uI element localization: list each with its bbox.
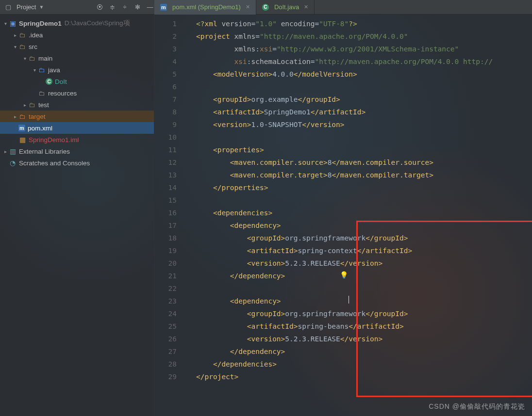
tree-label: test (38, 101, 49, 109)
tree-root[interactable]: ▾ ▣ SpringDemo1 D:\JavaCode\Spring项 (0, 17, 154, 29)
intention-bulb-icon[interactable]: 💡 (340, 271, 348, 279)
chevron-down-icon: ▾ (21, 56, 28, 61)
code-line[interactable]: <groupId>org.springframework</groupId> (196, 307, 532, 320)
tree-java[interactable]: ▾ 🗀 java (0, 64, 154, 76)
code-line[interactable]: <dependencies> (196, 207, 532, 219)
chevron-down-icon: ▾ (2, 21, 9, 26)
select-opened-file-icon[interactable]: ⦿ (95, 3, 104, 12)
code-line[interactable]: <artifactId>spring-beans</artifactId> (196, 320, 532, 333)
code-line[interactable]: <?xml version="1.0" encoding="UTF-8"?> (196, 17, 532, 30)
tree-iml[interactable]: ▦ SpringDemo1.iml (0, 134, 154, 145)
maven-file-icon: m (160, 4, 167, 11)
code-line[interactable]: </dependency> (196, 345, 532, 358)
tree-main[interactable]: ▾ 🗀 main (0, 52, 154, 64)
project-tree[interactable]: ▾ ▣ SpringDemo1 D:\JavaCode\Spring项 ▸ 🗀 … (0, 15, 154, 416)
tab-doit-java[interactable]: C DoIt.java ✕ (256, 0, 315, 15)
code-line[interactable]: </project> (196, 370, 532, 383)
tab-label: pom.xml (SpringDemo1) (172, 3, 241, 11)
folder-icon: 🗀 (18, 31, 26, 39)
code-line[interactable] (196, 282, 532, 295)
tree-target[interactable]: ▸ 🗀 target (0, 111, 154, 122)
target-folder-icon: 🗀 (18, 112, 26, 120)
java-class-icon: C (46, 78, 52, 85)
tree-root-path: D:\JavaCode\Spring项 (65, 19, 130, 28)
ij-file-icon: ▦ (18, 136, 26, 144)
close-icon[interactable]: ✕ (246, 4, 250, 10)
folder-icon: 🗀 (28, 54, 36, 62)
code-line[interactable]: <maven.compiler.source>8</maven.compiler… (196, 156, 532, 169)
expand-all-icon[interactable]: ≑ (108, 3, 116, 12)
toolbar: ▢ Project ▼ ⦿ ≑ ÷ ✻ — m pom.xml (SpringD… (0, 0, 532, 15)
code-line[interactable]: <version>5.2.3.RELEASE</version> (196, 333, 532, 345)
tree-external-libraries[interactable]: ▸ ▥ External Libraries (0, 145, 154, 157)
scratches-icon: ◔ (9, 159, 17, 167)
hide-panel-icon[interactable]: — (146, 3, 154, 12)
code-line[interactable]: <dependency> (196, 219, 532, 232)
tree-label: External Libraries (19, 148, 70, 155)
project-selector-label: Project (17, 3, 36, 11)
java-class-icon: C (262, 4, 269, 11)
chevron-right-icon: ▸ (2, 149, 9, 154)
code-line[interactable]: <dependency> (196, 295, 532, 307)
library-icon: ▥ (9, 147, 17, 155)
chevron-down-icon: ▾ (12, 44, 18, 49)
settings-icon[interactable]: ✻ (133, 3, 142, 12)
code-line[interactable]: <project xmlns="http://maven.apache.org/… (196, 30, 532, 43)
code-line[interactable]: xmlns:xsi="http://www.w3.org/2001/XMLSch… (196, 43, 532, 55)
code-line[interactable]: xsi:schemaLocation="http://maven.apache.… (196, 55, 532, 68)
code-line[interactable]: <version>5.2.3.RELEASE</version> (196, 257, 532, 270)
code-line[interactable]: <maven.compiler.target>8</maven.compiler… (196, 169, 532, 181)
project-selector[interactable]: Project ▼ (17, 3, 44, 11)
tree-idea[interactable]: ▸ 🗀 .idea (0, 29, 154, 41)
line-gutter: 1234567891011121314151617181920212223242… (154, 15, 189, 383)
tree-label: SpringDemo1.iml (29, 136, 79, 144)
tree-doit[interactable]: C DoIt (0, 76, 154, 87)
tree-scratches[interactable]: ◔ Scratches and Consoles (0, 157, 154, 169)
chevron-right-icon: ▸ (12, 32, 18, 38)
project-panel-icon[interactable]: ▢ (4, 3, 13, 12)
code-line[interactable]: <version>1.0-SNAPSHOT</version> (196, 118, 532, 131)
tree-label: pom.xml (28, 125, 52, 132)
chevron-right-icon: ▸ (12, 114, 18, 119)
tree-label: Scratches and Consoles (19, 160, 90, 167)
watermark: CSDN @偷偷敲代码的青花瓷 (429, 402, 525, 411)
text-caret (349, 296, 349, 304)
collapse-all-icon[interactable]: ÷ (120, 3, 129, 12)
chevron-down-icon: ▾ (31, 67, 38, 73)
module-folder-icon: ▣ (9, 19, 17, 27)
code-line[interactable]: <groupId>org.example</groupId> (196, 93, 532, 106)
code-line[interactable]: <properties> (196, 144, 532, 156)
close-icon[interactable]: ✕ (304, 4, 308, 10)
editor-tabs: m pom.xml (SpringDemo1) ✕ C DoIt.java ✕ (154, 0, 315, 15)
code-line[interactable]: <artifactId>spring-context</artifactId> (196, 244, 532, 257)
tree-resources[interactable]: 🗀 resources (0, 87, 154, 99)
tree-src[interactable]: ▾ 🗀 src (0, 41, 154, 52)
tab-label: DoIt.java (274, 3, 299, 11)
tree-label: .idea (29, 32, 43, 39)
code-line[interactable]: </dependencies> (196, 358, 532, 370)
tree-pom[interactable]: m pom.xml (0, 122, 154, 134)
tree-label: target (29, 113, 46, 120)
folder-icon: 🗀 (18, 43, 26, 50)
code-line[interactable]: <artifactId>SpringDemo1</artifactId> (196, 106, 532, 118)
code-line[interactable]: <groupId>org.springframework</groupId> (196, 232, 532, 244)
tree-label: java (48, 66, 60, 74)
code-line[interactable]: </properties> (196, 181, 532, 194)
source-folder-icon: 🗀 (38, 66, 46, 74)
code-line[interactable] (196, 194, 532, 207)
code-area[interactable]: <?xml version="1.0" encoding="UTF-8"?><p… (196, 17, 532, 383)
tree-label: DoIt (55, 78, 67, 85)
code-line[interactable]: <modelVersion>4.0.0</modelVersion> (196, 68, 532, 80)
tree-root-name: SpringDemo1 (19, 20, 62, 27)
tree-test[interactable]: ▸ 🗀 test (0, 99, 154, 111)
folder-icon: 🗀 (28, 101, 36, 109)
tree-label: src (29, 43, 37, 50)
tab-pom-xml[interactable]: m pom.xml (SpringDemo1) ✕ (154, 0, 256, 15)
tree-label: main (38, 55, 52, 62)
resources-folder-icon: 🗀 (38, 89, 46, 97)
code-line[interactable] (196, 80, 532, 93)
maven-file-icon: m (18, 125, 25, 131)
code-line[interactable] (196, 131, 532, 144)
code-line[interactable]: </dependency> (196, 270, 532, 282)
editor[interactable]: 1234567891011121314151617181920212223242… (154, 15, 532, 416)
